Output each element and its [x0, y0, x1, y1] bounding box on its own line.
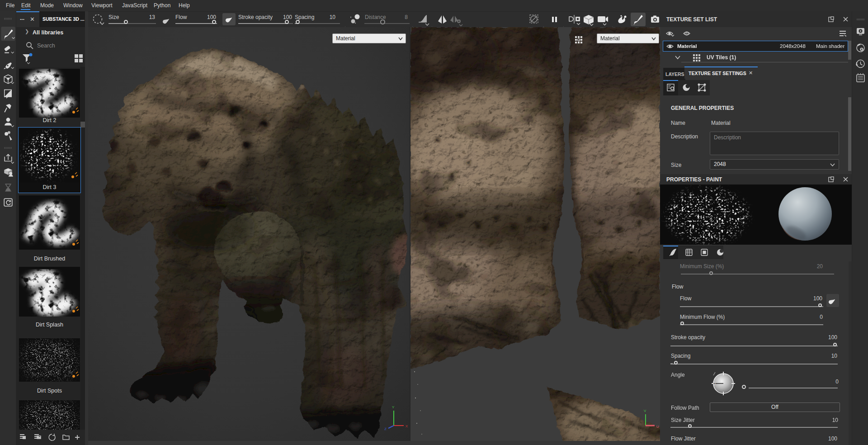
svg-text:V: V — [644, 409, 646, 413]
svg-text:0: 0 — [713, 381, 716, 386]
svg-text:X: X — [406, 424, 408, 428]
svg-text:Y: Y — [392, 405, 395, 409]
svg-text:Z: Z — [384, 427, 387, 431]
svg-text:U: U — [656, 425, 659, 429]
